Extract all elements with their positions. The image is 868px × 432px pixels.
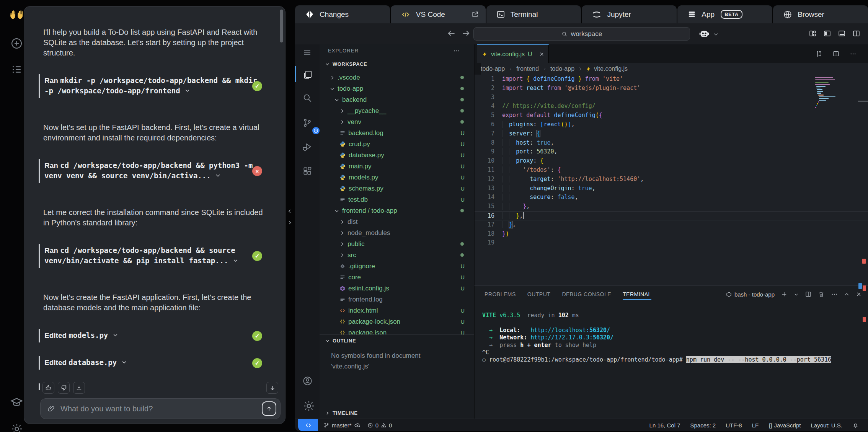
attach-paperclip-icon[interactable] bbox=[47, 405, 55, 412]
panel-tab-output[interactable]: OUTPUT bbox=[527, 286, 551, 303]
chevron-down-icon[interactable] bbox=[713, 31, 719, 37]
outline-header[interactable]: OUTLINE bbox=[320, 335, 474, 344]
timeline-header[interactable]: TIMELINE bbox=[320, 407, 474, 416]
export-button[interactable] bbox=[73, 382, 85, 394]
scroll-to-bottom-button[interactable] bbox=[266, 382, 278, 394]
tree-item-frontend-todo-app[interactable]: frontend / todo-app bbox=[320, 205, 474, 216]
explorer-icon[interactable] bbox=[302, 70, 313, 80]
tree-item-test-db[interactable]: test.dbU bbox=[320, 194, 474, 205]
toggle-bottom-panel-icon[interactable] bbox=[838, 29, 846, 37]
assistant-avatar-icon[interactable] bbox=[698, 28, 710, 40]
status-item-layout-u-s[interactable]: Layout: U.S. bbox=[811, 422, 842, 429]
tree-item-frontend-log[interactable]: frontend.log bbox=[320, 294, 474, 305]
chat-command-block[interactable]: Ran mkdir -p /workspace/todo-app/backend… bbox=[39, 74, 262, 98]
tab-app[interactable]: AppBETA bbox=[677, 5, 772, 23]
extensions-icon[interactable] bbox=[302, 166, 312, 176]
tab-changes[interactable]: Changes bbox=[295, 5, 390, 23]
collapse-left-icon[interactable] bbox=[287, 207, 292, 215]
more-actions-icon[interactable] bbox=[831, 291, 838, 298]
send-button[interactable] bbox=[262, 401, 276, 416]
panel-tab-debug-console[interactable]: DEBUG CONSOLE bbox=[562, 286, 611, 303]
forward-icon[interactable] bbox=[461, 28, 471, 38]
thumbs-up-button[interactable] bbox=[42, 382, 54, 394]
more-actions-icon[interactable] bbox=[850, 51, 857, 57]
breadcrumb-item[interactable]: todo-app bbox=[550, 65, 574, 72]
expand-icon[interactable] bbox=[121, 359, 127, 365]
status-item-ln-16-col-7[interactable]: Ln 16, Col 7 bbox=[649, 422, 680, 429]
accounts-icon[interactable] bbox=[302, 376, 313, 386]
maximize-panel-icon[interactable] bbox=[844, 292, 850, 297]
tree-item-package-lock-json[interactable]: package-lock.jsonU bbox=[320, 316, 474, 327]
panel-tab-terminal[interactable]: TERMINAL bbox=[623, 286, 651, 303]
tree-item-venv[interactable]: venv bbox=[320, 116, 474, 127]
editor-scrollbar[interactable] bbox=[858, 101, 868, 102]
expand-icon[interactable] bbox=[184, 88, 190, 93]
code-editor[interactable]: 1import { defineConfig } from 'vite'2imp… bbox=[475, 75, 868, 285]
tab-vs-code[interactable]: VS Code bbox=[391, 5, 486, 23]
expand-icon[interactable] bbox=[215, 173, 221, 178]
search-icon[interactable] bbox=[302, 93, 312, 103]
tree-item-vscode[interactable]: .vscode bbox=[320, 72, 474, 83]
remote-indicator[interactable] bbox=[298, 419, 318, 431]
kill-terminal-icon[interactable] bbox=[818, 291, 825, 298]
thumbs-down-button[interactable] bbox=[58, 382, 70, 394]
tree-item-database-py[interactable]: database.pyU bbox=[320, 150, 474, 161]
minimap[interactable] bbox=[815, 77, 858, 110]
terminal-instance[interactable]: bash - todo-app bbox=[726, 291, 775, 298]
tab-browser[interactable]: Browser bbox=[773, 5, 868, 23]
tree-item-models-py[interactable]: models.pyU bbox=[320, 172, 474, 183]
menu-icon[interactable] bbox=[302, 47, 312, 57]
status-item-spaces-2[interactable]: Spaces: 2 bbox=[690, 422, 716, 429]
chat-input[interactable] bbox=[60, 404, 262, 414]
chat-command-block[interactable]: Ran cd /workspace/todo-app/backend && so… bbox=[39, 244, 262, 268]
close-icon[interactable] bbox=[539, 51, 545, 57]
tree-item-gitignore[interactable]: .gitignoreU bbox=[320, 261, 474, 272]
tab-terminal[interactable]: Terminal bbox=[486, 5, 581, 23]
workspace-search[interactable]: workspace bbox=[473, 27, 690, 41]
tree-item-main-py[interactable]: main.pyU bbox=[320, 161, 474, 172]
toggle-right-panel-icon[interactable] bbox=[852, 29, 860, 37]
chat-command-block[interactable]: Ran cd /workspace/todo-app/backend && py… bbox=[39, 159, 262, 183]
back-icon[interactable] bbox=[447, 28, 457, 38]
expand-right-icon[interactable] bbox=[287, 219, 292, 227]
tree-item-backend-log[interactable]: backend.logU bbox=[320, 127, 474, 139]
run-debug-icon[interactable] bbox=[302, 142, 312, 152]
open-changes-icon[interactable] bbox=[815, 50, 822, 57]
new-terminal-icon[interactable] bbox=[781, 291, 788, 298]
tree-item-backend[interactable]: backend bbox=[320, 94, 474, 105]
status-item-javascript[interactable]: {} JavaScript bbox=[768, 422, 801, 429]
status-item-utf-8[interactable]: UTF-8 bbox=[726, 422, 742, 429]
conversation-list-icon[interactable] bbox=[11, 64, 23, 75]
panel-tab-problems[interactable]: PROBLEMS bbox=[485, 286, 516, 303]
breadcrumb-item[interactable]: todo-app bbox=[481, 65, 505, 72]
customize-layout-icon[interactable] bbox=[809, 29, 817, 37]
tree-item-dist[interactable]: dist bbox=[320, 216, 474, 227]
new-conversation-icon[interactable] bbox=[10, 37, 23, 50]
chat-scrollbar[interactable] bbox=[280, 10, 283, 42]
problems-indicator[interactable]: 0 0 bbox=[367, 422, 392, 429]
notifications-bell-icon[interactable] bbox=[852, 422, 859, 429]
breadcrumb-item[interactable]: vite.config.js bbox=[586, 65, 628, 72]
tab-jupyter[interactable]: Jupyter bbox=[582, 5, 677, 23]
tree-item-pycache[interactable]: __pycache__ bbox=[320, 105, 474, 116]
split-editor-icon[interactable] bbox=[832, 50, 840, 57]
tree-item-todo-app[interactable]: todo-app bbox=[320, 83, 474, 94]
expand-icon[interactable] bbox=[113, 332, 118, 338]
settings-icon[interactable] bbox=[10, 422, 23, 432]
tree-item-core[interactable]: coreU bbox=[320, 272, 474, 283]
terminal-output[interactable]: VITE v6.3.5 ready in 102 ms → Local: htt… bbox=[482, 312, 855, 419]
tree-item-schemas-py[interactable]: schemas.pyU bbox=[320, 183, 474, 194]
expand-icon[interactable] bbox=[233, 258, 238, 263]
editor-tab-vite-config[interactable]: vite.config.js U bbox=[477, 44, 549, 63]
tree-item-node-modules[interactable]: node_modules bbox=[320, 227, 474, 238]
tree-item-index-html[interactable]: index.htmlU bbox=[320, 305, 474, 316]
launch-profile-chevron-icon[interactable] bbox=[794, 292, 799, 297]
docs-learn-icon[interactable] bbox=[10, 396, 23, 409]
more-actions-icon[interactable] bbox=[453, 47, 460, 54]
chat-edit-block[interactable]: Edited database.py ✓ bbox=[39, 356, 262, 370]
source-control-icon[interactable] bbox=[302, 118, 312, 128]
chat-edit-block[interactable]: Edited models.py ✓ bbox=[39, 329, 262, 342]
status-item-lf[interactable]: LF bbox=[752, 422, 759, 429]
breadcrumb-item[interactable]: frontend bbox=[516, 65, 539, 72]
split-terminal-icon[interactable] bbox=[805, 291, 812, 298]
